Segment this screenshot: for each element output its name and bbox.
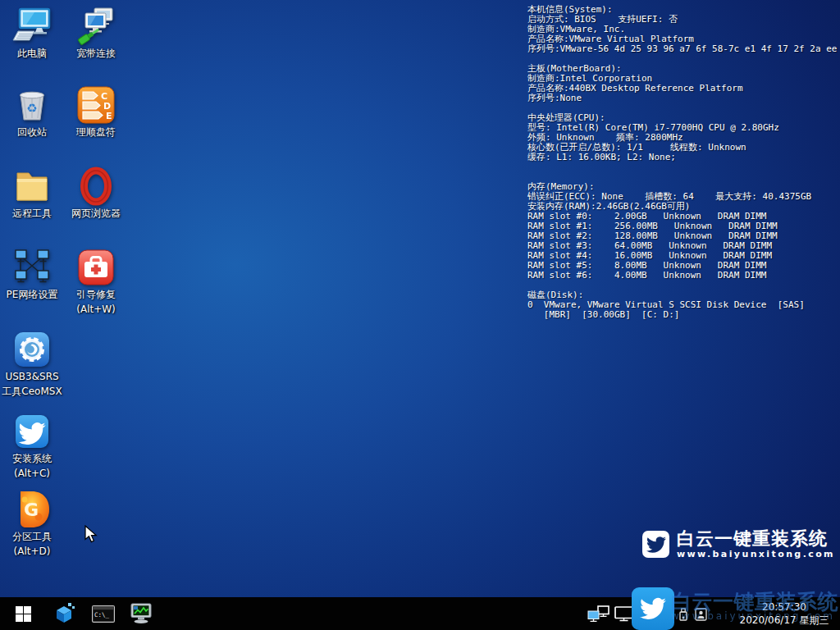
svg-text:E: E xyxy=(106,111,112,121)
blue-cube-icon xyxy=(54,603,75,624)
mouse-cursor xyxy=(84,525,101,545)
desktop-icon-label2: 工具CeoMSX xyxy=(0,384,64,399)
opera-browser-icon xyxy=(76,167,116,206)
desktop-icon-label: 远程工具 xyxy=(0,206,64,221)
desktop-icon-pe-network[interactable]: PE网络设置 xyxy=(0,248,64,302)
desktop-icon-usb3-srs[interactable]: USB3&SRS 工具CeoMSX xyxy=(0,330,64,399)
broadband-icon xyxy=(76,7,116,46)
desktop-icon-label: 安装系统 xyxy=(0,451,64,466)
recycle-bin-icon: ♻ xyxy=(12,85,52,125)
bird-icon xyxy=(640,596,666,622)
desktop-icon-boot-repair[interactable]: 引导修复 (Alt+W) xyxy=(64,248,128,317)
svg-text:♻: ♻ xyxy=(26,101,37,116)
taskbar: C:\_ xyxy=(0,597,840,630)
desktop-icon-label: PE网络设置 xyxy=(0,287,64,302)
taskbar-clock[interactable]: 20:57:30 2020/06/17 星期三 xyxy=(733,600,835,627)
cmd-window-icon: C:\_ xyxy=(92,605,115,623)
desktop-icon-label: 理顺盘符 xyxy=(64,125,128,139)
drive-letter-icon: C D E xyxy=(76,85,116,125)
desktop-icon-browser[interactable]: 网页浏览器 xyxy=(64,167,128,221)
registry-tool-button[interactable] xyxy=(51,597,79,630)
windows-logo-icon xyxy=(16,606,31,622)
desktop-icon-recycle-bin[interactable]: ♻ 回收站 xyxy=(0,85,64,139)
desktop-icon-label: 回收站 xyxy=(0,125,64,139)
svg-text:G: G xyxy=(24,500,39,520)
system-info-panel: 本机信息(System): 启动方式: BIOS 支持UEFI: 否 制造商:V… xyxy=(527,5,840,320)
desktop-icon-install-system[interactable]: 安装系统 (Alt+C) xyxy=(0,412,64,481)
first-aid-kit-icon xyxy=(76,248,116,287)
desktop-icon-label: 宽带连接 xyxy=(64,46,128,61)
desktop-icon-label: 分区工具 xyxy=(0,529,64,544)
desktop-icon-remote-tools[interactable]: 远程工具 xyxy=(0,167,64,221)
command-prompt-button[interactable]: C:\_ xyxy=(89,597,118,630)
brand-bird-icon xyxy=(642,531,669,558)
svg-text:C:\_: C:\_ xyxy=(94,610,110,618)
tray-input-user-icon[interactable] xyxy=(695,608,707,621)
network-diagram-icon xyxy=(12,248,52,287)
desktop-icon-this-pc[interactable]: 此电脑 xyxy=(0,7,64,61)
gear-swirl-icon xyxy=(12,330,52,369)
desktop-icon-partition-tool[interactable]: G 分区工具 (Alt+D) xyxy=(0,490,64,559)
clock-time: 20:57:30 xyxy=(733,600,835,614)
start-button[interactable] xyxy=(8,597,38,630)
brand-title: 白云一键重装系统 xyxy=(677,528,835,549)
diskgenius-icon: G xyxy=(12,490,52,529)
this-pc-icon xyxy=(12,7,52,46)
brand-url: www.baiyunxitong.com xyxy=(677,549,835,559)
tray-usb-icon[interactable] xyxy=(678,608,689,622)
tray-network-icon[interactable] xyxy=(587,605,610,623)
desktop-icon-label: 网页浏览器 xyxy=(64,206,128,221)
desktop-icon-label2: (Alt+W) xyxy=(64,302,128,317)
desktop-icon-label2: (Alt+D) xyxy=(0,544,64,559)
tray-display-icon[interactable] xyxy=(614,606,633,622)
clock-date: 2020/06/17 星期三 xyxy=(733,614,835,627)
desktop-icon-label2: (Alt+C) xyxy=(0,466,64,481)
desktop-icon-drive-letter[interactable]: C D E 理顺盘符 xyxy=(64,85,128,139)
folder-icon xyxy=(12,167,52,206)
desktop-icon-label: 此电脑 xyxy=(0,46,64,61)
desktop: 此电脑 宽带连接 xyxy=(0,0,840,630)
brand-text: 白云一键重装系统 www.baiyunxitong.com xyxy=(677,528,835,559)
brand-app-button[interactable] xyxy=(632,587,674,630)
brand-watermark: 白云一键重装系统 www.baiyunxitong.com xyxy=(642,528,835,559)
hardware-monitor-button[interactable] xyxy=(125,597,158,630)
monitor-chart-icon xyxy=(129,603,153,624)
desktop-icon-label: 引导修复 xyxy=(64,287,128,302)
desktop-icon-broadband[interactable]: 宽带连接 xyxy=(64,7,128,61)
bird-icon xyxy=(12,412,52,451)
desktop-icon-label: USB3&SRS xyxy=(0,369,64,384)
